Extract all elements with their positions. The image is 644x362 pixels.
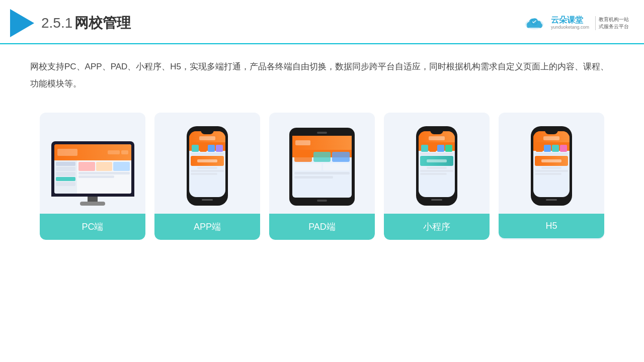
phone-frame-h5 xyxy=(531,126,572,206)
card-pc-label: PC端 xyxy=(40,214,145,240)
page-description: 网校支持PC、APP、PAD、小程序、H5，实现多端打通，产品各终端自由切换，数… xyxy=(0,44,644,93)
monitor-frame xyxy=(51,141,134,197)
cloud-icon xyxy=(522,14,547,32)
app-device-area xyxy=(159,123,255,206)
monitor-screen xyxy=(54,144,131,194)
section-title: 网校管理 xyxy=(74,15,131,31)
card-pad: PAD端 xyxy=(269,113,375,240)
phone-screen-app xyxy=(189,131,225,197)
brand-slogan: 教育机构一站 式服务云平台 xyxy=(595,16,629,30)
brand-info: 云朵课堂 yunduoketang.com xyxy=(551,16,589,31)
phone-frame-app xyxy=(187,126,228,206)
phone-notch xyxy=(201,130,214,134)
phone-home-btn-h5 xyxy=(546,199,557,201)
card-h5: H5 xyxy=(499,113,604,240)
page-header: 2.5.1网校管理 云朵课堂 yunduoketang.com 教育机构一站 式… xyxy=(0,0,644,44)
tablet-btn-top xyxy=(317,132,327,134)
page-title: 2.5.1网校管理 xyxy=(41,14,131,33)
mini-device-area xyxy=(389,123,485,206)
card-miniprogram: 小程序 xyxy=(384,113,490,240)
card-pad-label: PAD端 xyxy=(269,214,375,240)
tablet-screen xyxy=(292,136,352,198)
tablet-btn-bottom xyxy=(317,200,327,202)
card-app: APP端 xyxy=(154,113,260,240)
card-pc: PC端 xyxy=(40,113,145,240)
header-left: 2.5.1网校管理 xyxy=(10,9,131,37)
phone-home-btn xyxy=(202,199,213,201)
brand-url: yunduoketang.com xyxy=(551,24,589,31)
tablet-frame xyxy=(289,128,355,206)
section-number: 2.5.1 xyxy=(41,15,72,31)
phone-home-btn-mini xyxy=(431,199,442,201)
phone-frame-mini xyxy=(416,126,457,206)
card-h5-label: H5 xyxy=(499,214,604,238)
monitor-stand xyxy=(88,197,98,202)
device-cards: PC端 xyxy=(0,98,644,250)
pad-device-area xyxy=(274,123,370,206)
phone-notch-h5 xyxy=(545,130,558,134)
brand-name: 云朵课堂 xyxy=(551,16,589,24)
pc-device-area xyxy=(45,123,140,206)
logo-triangle-icon xyxy=(10,9,34,37)
phone-screen-h5 xyxy=(533,131,570,197)
brand-logo: 云朵课堂 yunduoketang.com 教育机构一站 式服务云平台 xyxy=(522,14,629,32)
pc-monitor xyxy=(51,141,134,206)
h5-device-area xyxy=(504,123,599,206)
phone-notch-mini xyxy=(430,130,443,134)
card-app-label: APP端 xyxy=(154,214,260,240)
monitor-base xyxy=(80,202,105,206)
card-miniprogram-label: 小程序 xyxy=(384,214,490,240)
phone-screen-mini xyxy=(419,131,455,197)
